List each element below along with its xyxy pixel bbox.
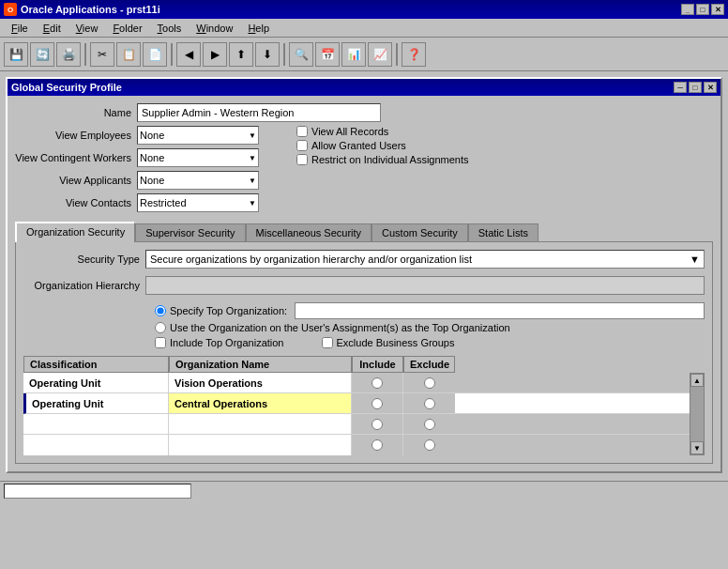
- view-contingent-label: View Contingent Workers: [15, 152, 137, 163]
- row4-exclude-radio[interactable]: [424, 439, 435, 451]
- table-row[interactable]: Operating Unit Vision Operations: [23, 373, 690, 393]
- close-btn[interactable]: ✕: [711, 4, 724, 15]
- view-contingent-row: View Contingent Workers None ▼: [15, 148, 259, 167]
- app-icon: O: [4, 3, 17, 16]
- status-field: [4, 484, 191, 499]
- restrict-individual-checkbox[interactable]: [296, 154, 308, 165]
- row3-classification: [23, 414, 169, 434]
- header-org-name: Organization Name: [169, 356, 352, 373]
- row1-include-radio[interactable]: [372, 377, 383, 389]
- view-contacts-select[interactable]: Restricted ▼: [137, 193, 259, 212]
- row1-exclude-radio[interactable]: [424, 377, 435, 389]
- table-scrollbar[interactable]: ▲ ▼: [690, 373, 705, 455]
- row3-exclude-radio[interactable]: [424, 419, 435, 430]
- tab-static-lists[interactable]: Static Lists: [468, 223, 538, 241]
- allow-granted-row: Allow Granted Users: [296, 140, 469, 151]
- maximize-btn[interactable]: □: [696, 4, 709, 15]
- toolbar-btn-help[interactable]: ❓: [402, 42, 426, 67]
- use-org-radio[interactable]: [155, 322, 166, 333]
- profile-window: Global Security Profile ─ □ ✕ Name View …: [6, 77, 722, 473]
- allow-granted-label: Allow Granted Users: [311, 140, 406, 151]
- org-hierarchy-row: Organization Hierarchy: [23, 276, 705, 295]
- org-hierarchy-input[interactable]: [145, 276, 705, 295]
- row4-include: [352, 435, 403, 455]
- view-all-records-checkbox[interactable]: [296, 126, 308, 137]
- tabs-row: Organization Security Supervisor Securit…: [15, 222, 713, 241]
- exclude-business-label: Exclude Business Groups: [337, 337, 455, 348]
- row3-include-radio[interactable]: [372, 419, 383, 430]
- view-all-records-row: View All Records: [296, 126, 469, 137]
- menu-window[interactable]: Window: [189, 21, 240, 36]
- toolbar-btn-7[interactable]: ◀: [176, 42, 201, 67]
- view-employees-row: View Employees None ▼: [15, 126, 259, 145]
- minimize-btn[interactable]: _: [681, 4, 694, 15]
- org-hierarchy-label: Organization Hierarchy: [23, 280, 145, 291]
- view-employees-select[interactable]: None ▼: [137, 126, 259, 145]
- menu-edit[interactable]: Edit: [36, 21, 68, 36]
- table-row[interactable]: [23, 414, 690, 435]
- toolbar-btn-14[interactable]: 📈: [368, 42, 392, 67]
- profile-window-titlebar: Global Security Profile ─ □ ✕: [8, 79, 720, 96]
- toolbar-btn-5[interactable]: 📋: [116, 42, 141, 67]
- toolbar-btn-3[interactable]: 🖨️: [56, 42, 81, 67]
- tab-org-security[interactable]: Organization Security: [15, 222, 135, 242]
- toolbar-btn-13[interactable]: 📊: [341, 42, 366, 67]
- tab-misc-security[interactable]: Miscellaneous Security: [246, 223, 372, 241]
- toolbar-btn-8[interactable]: ▶: [203, 42, 227, 67]
- view-contacts-label: View Contacts: [15, 197, 137, 208]
- menu-help[interactable]: Help: [240, 21, 277, 36]
- profile-close-btn[interactable]: ✕: [704, 82, 717, 93]
- toolbar-separator-3: [283, 43, 285, 66]
- toolbar-btn-2[interactable]: 🔄: [30, 42, 54, 67]
- view-applicants-select[interactable]: None ▼: [137, 171, 259, 190]
- allow-granted-checkbox[interactable]: [296, 140, 308, 151]
- scrollbar-up-btn[interactable]: ▲: [690, 374, 704, 387]
- toolbar-btn-9[interactable]: ⬆: [229, 42, 253, 67]
- radio-options: Specify Top Organization: Use the Organi…: [155, 302, 705, 333]
- status-bar: [0, 481, 728, 500]
- toolbar-btn-10[interactable]: ⬇: [255, 42, 280, 67]
- scrollbar-down-btn[interactable]: ▼: [690, 441, 704, 454]
- toolbar-btn-11[interactable]: 🔍: [289, 42, 313, 67]
- row1-exclude: [403, 373, 455, 392]
- security-type-select[interactable]: Secure organizations by organization hie…: [145, 250, 705, 269]
- form-middle: View Employees None ▼ View Contingent Wo…: [15, 126, 713, 216]
- profile-window-title: Global Security Profile: [11, 82, 122, 93]
- specify-top-row: Specify Top Organization:: [155, 302, 705, 319]
- specify-top-radio[interactable]: [155, 305, 166, 316]
- security-type-row: Security Type Secure organizations by or…: [23, 250, 705, 269]
- row2-include-radio[interactable]: [372, 398, 383, 409]
- table-row[interactable]: Operating Unit Central Operations: [23, 393, 690, 414]
- specify-top-input[interactable]: [295, 302, 705, 319]
- toolbar-btn-4[interactable]: ✂: [90, 42, 114, 67]
- menu-tools[interactable]: Tools: [150, 21, 190, 36]
- menu-folder[interactable]: Folder: [105, 21, 149, 36]
- toolbar-btn-6[interactable]: 📄: [143, 42, 167, 67]
- use-org-row: Use the Organization on the User's Assig…: [155, 322, 705, 333]
- view-contingent-select[interactable]: None ▼: [137, 148, 259, 167]
- include-top-checkbox[interactable]: [155, 337, 166, 348]
- name-input[interactable]: [137, 103, 381, 122]
- view-contacts-arrow: ▼: [249, 199, 256, 208]
- tab-supervisor-security[interactable]: Supervisor Security: [135, 223, 245, 241]
- row1-include: [352, 373, 403, 392]
- title-bar: O Oracle Applications - prst11i _ □ ✕: [0, 0, 728, 19]
- toolbar-btn-1[interactable]: 💾: [4, 42, 28, 67]
- restrict-individual-label: Restrict on Individual Assignments: [311, 154, 469, 165]
- row3-include: [352, 414, 403, 434]
- table-row[interactable]: [23, 435, 690, 455]
- tab-custom-security[interactable]: Custom Security: [372, 223, 468, 241]
- profile-restore-btn[interactable]: □: [689, 82, 702, 93]
- toolbar-btn-12[interactable]: 📅: [315, 42, 340, 67]
- menu-view[interactable]: View: [68, 21, 106, 36]
- header-include: Include: [352, 356, 403, 373]
- name-label: Name: [15, 107, 137, 118]
- toolbar-separator-2: [171, 43, 173, 66]
- profile-minimize-btn[interactable]: ─: [674, 82, 687, 93]
- exclude-business-checkbox[interactable]: [322, 337, 333, 348]
- menu-file[interactable]: File: [4, 21, 36, 36]
- window-title: Oracle Applications - prst11i: [21, 4, 160, 15]
- scrollbar-track[interactable]: [690, 387, 704, 441]
- row2-exclude-radio[interactable]: [424, 398, 435, 409]
- row4-include-radio[interactable]: [372, 439, 383, 451]
